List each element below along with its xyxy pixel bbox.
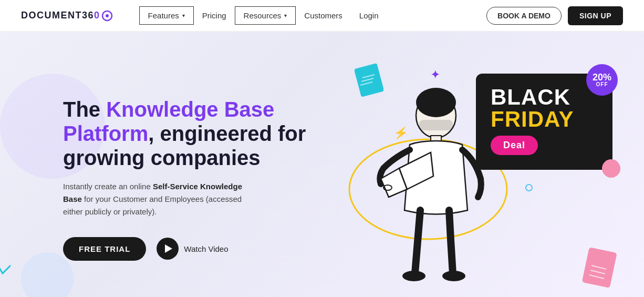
bf-card-main: 20% OFF BLACK FRIDAY Deal [476, 74, 612, 170]
subtitle-prefix: Instantly create an online [63, 182, 153, 191]
nav-actions: BOOK A DEMO SIGN UP [486, 6, 623, 25]
svg-rect-9 [419, 120, 453, 130]
pink-blob-decoration [602, 159, 620, 178]
subtitle-suffix: for your Customer and Employees (accesse… [63, 194, 242, 216]
hero-subtitle: Instantly create an online Self-Service … [63, 180, 263, 218]
bf-badge: 20% OFF [586, 64, 618, 96]
hero-image-area: ✦ ⚡ [326, 53, 623, 297]
resources-chevron-icon: ▾ [284, 13, 287, 18]
nav-pricing[interactable]: Pricing [194, 7, 235, 24]
teal-paper-decoration [355, 63, 383, 99]
nav-customers[interactable]: Customers [296, 7, 351, 24]
watch-video-label: Watch Video [184, 244, 228, 253]
book-demo-button[interactable]: BOOK A DEMO [486, 7, 562, 25]
hero-title: The Knowledge Base Platform, engineered … [63, 97, 326, 170]
free-trial-button[interactable]: FREE TRIAL [63, 237, 146, 261]
circle-decoration [525, 184, 533, 191]
pink-doc-decoration [581, 247, 618, 289]
nav-resources[interactable]: Resources ▾ [235, 6, 296, 25]
zigzag-decoration [0, 258, 11, 284]
lightning-decoration: ⚡ [393, 126, 409, 140]
nav-login[interactable]: Login [351, 7, 387, 24]
bf-off: OFF [596, 82, 608, 87]
play-icon [157, 238, 179, 260]
logo-icon [101, 10, 113, 22]
nav-features[interactable]: Features ▾ [139, 6, 194, 25]
nav-links: Features ▾ Pricing Resources ▾ Customers… [139, 6, 487, 25]
svg-point-1 [106, 14, 109, 17]
star-decoration: ✦ [431, 68, 440, 81]
bf-title-black: BLACK [491, 86, 598, 108]
svg-point-13 [442, 271, 465, 281]
features-chevron-icon: ▾ [182, 13, 185, 18]
logo-text: DOCUMENT360 [21, 10, 100, 21]
svg-rect-2 [355, 63, 383, 97]
hero-section: The Knowledge Base Platform, engineered … [0, 32, 644, 297]
bf-title-friday: FRIDAY [491, 108, 598, 130]
svg-point-8 [416, 88, 456, 117]
hero-content: The Knowledge Base Platform, engineered … [63, 97, 326, 261]
signup-button[interactable]: SIGN UP [568, 6, 623, 25]
logo[interactable]: DOCUMENT360 [21, 10, 113, 22]
title-prefix: The [63, 98, 106, 121]
watch-video-button[interactable]: Watch Video [157, 238, 228, 260]
bf-deal-badge: Deal [491, 136, 538, 155]
svg-point-12 [402, 271, 425, 281]
bf-percent: 20% [593, 73, 611, 82]
hero-actions: FREE TRIAL Watch Video [63, 237, 326, 261]
navbar: DOCUMENT360 Features ▾ Pricing Resources… [0, 0, 644, 32]
black-friday-card: 20% OFF BLACK FRIDAY Deal [476, 74, 612, 170]
